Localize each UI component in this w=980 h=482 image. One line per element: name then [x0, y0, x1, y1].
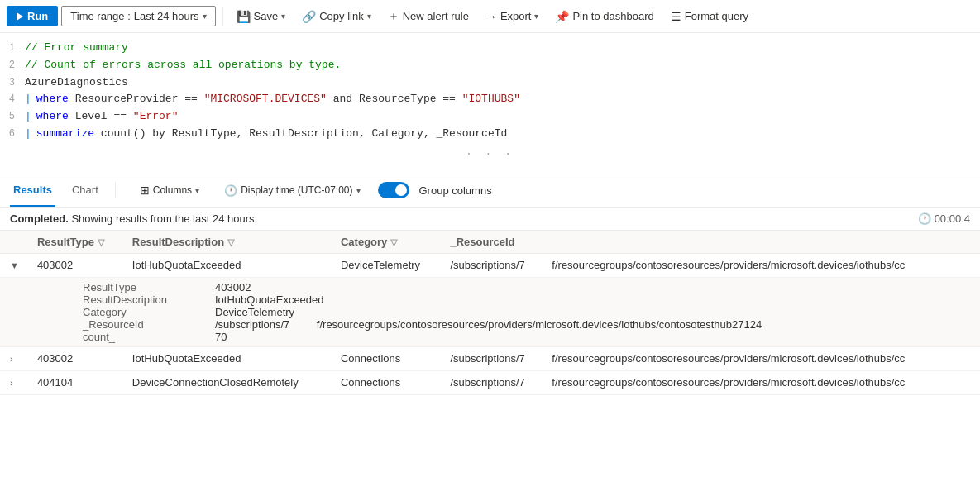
timer-icon: 🕐	[918, 212, 931, 225]
kv-val-count: 70	[215, 331, 227, 343]
cell-resultdesc-2: IotHubQuotaExceeded	[124, 346, 332, 370]
code-line-1: 1 // Error summary	[0, 40, 980, 57]
col-header-resulttype: ResultType ▽	[29, 231, 124, 254]
code-content-1: // Error summary	[25, 40, 980, 57]
table-header-row: ResultType ▽ ResultDescription ▽ Categor…	[0, 231, 980, 254]
kv-val-category: DeviceTelemetry	[215, 306, 294, 318]
code-content-3: AzureDiagnostics	[25, 74, 980, 92]
kv-row-resulttype: ResultType 403002	[83, 281, 972, 293]
code-content-4: |where ResourceProvider == "MICROSOFT.DE…	[25, 91, 980, 108]
kv-row-resourceid: _ResourceId /subscriptions/7 f/resourceg…	[83, 318, 972, 331]
col-header-resourceid: _ResourceId	[442, 231, 981, 254]
run-button[interactable]: Run	[7, 6, 58, 26]
line-number-1: 1	[0, 40, 25, 56]
pin-label: Pin to dashboard	[572, 10, 653, 22]
copy-link-button[interactable]: 🔗 Copy link ▾	[295, 7, 377, 26]
drag-handle[interactable]: · · ·	[0, 143, 980, 167]
columns-button[interactable]: ⊞ Columns ▾	[132, 180, 207, 200]
table-row: ▼ 403002 IotHubQuotaExceeded DeviceTelem…	[0, 253, 980, 277]
col-expand-header	[0, 231, 29, 254]
kv-key-resulttype: ResultType	[83, 281, 215, 293]
toolbar: Run Time range : Last 24 hours ▾ 💾 Save …	[0, 0, 980, 33]
query-timer: 🕐 00:00.4	[918, 212, 970, 225]
cell-category-1: DeviceTelemetry	[332, 253, 442, 277]
copy-link-label: Copy link	[319, 10, 363, 22]
line-number-6: 6	[0, 126, 25, 142]
cell-resourceid-3: /subscriptions/7 f/resourcegroups/contos…	[442, 370, 981, 394]
col-header-category: Category ▽	[332, 231, 442, 254]
status-detail: Showing results from the last 24 hours.	[71, 212, 257, 225]
results-table-wrap: ResultType ▽ ResultDescription ▽ Categor…	[0, 231, 980, 482]
code-line-3: 3 AzureDiagnostics	[0, 74, 980, 92]
kv-row-count: count_ 70	[83, 331, 972, 343]
save-label: Save	[254, 10, 279, 22]
columns-label: Columns	[153, 184, 192, 196]
cell-category-3: Connections	[332, 370, 442, 394]
cell-resultdesc-1: IotHubQuotaExceeded	[124, 253, 332, 277]
kv-val-resultdesc: IotHubQuotaExceeded	[215, 293, 324, 306]
code-content-5: |where Level == "Error"	[25, 108, 980, 126]
tab-chart[interactable]: Chart	[69, 174, 102, 207]
cell-resulttype-1: 403002	[29, 253, 124, 277]
columns-icon: ⊞	[140, 184, 150, 197]
new-alert-button[interactable]: ＋ New alert rule	[381, 6, 476, 27]
pin-icon: 📌	[555, 10, 569, 23]
new-alert-label: New alert rule	[403, 10, 469, 22]
format-icon: ☰	[671, 10, 681, 23]
kv-key-category: Category	[83, 306, 215, 318]
line-number-3: 3	[0, 74, 25, 91]
code-line-4: 4 |where ResourceProvider == "MICROSOFT.…	[0, 91, 980, 108]
pipe-char-4: |	[25, 93, 31, 105]
display-time-button[interactable]: 🕐 Display time (UTC-07:00) ▾	[217, 181, 367, 200]
filter-icon-resultdescription[interactable]: ▽	[227, 237, 234, 247]
time-range-label: Time range :	[70, 10, 131, 22]
expand-cell-2[interactable]: ›	[0, 346, 29, 370]
filter-icon-category[interactable]: ▽	[390, 237, 397, 247]
run-label: Run	[27, 10, 48, 22]
export-label: Export	[500, 10, 532, 22]
plus-icon: ＋	[388, 9, 399, 24]
pin-button[interactable]: 📌 Pin to dashboard	[548, 7, 660, 26]
export-button[interactable]: → Export ▾	[479, 7, 546, 26]
time-range-value: Last 24 hours	[134, 10, 199, 22]
group-columns-label: Group columns	[419, 184, 492, 197]
format-button[interactable]: ☰ Format query	[664, 7, 755, 26]
code-editor[interactable]: 1 // Error summary 2 // Count of errors …	[0, 33, 980, 174]
play-icon	[17, 12, 23, 21]
cell-resulttype-2: 403002	[29, 346, 124, 370]
code-content-2: // Count of errors across all operations…	[25, 57, 980, 74]
kv-key-resultdesc: ResultDescription	[83, 293, 215, 306]
cell-category-2: Connections	[332, 346, 442, 370]
expand-button-3[interactable]: ›	[8, 376, 15, 389]
kv-val-resourceid: /subscriptions/7 f/resourcegroups/contos…	[215, 318, 762, 331]
code-line-2: 2 // Count of errors across all operatio…	[0, 57, 980, 74]
export-chevron-icon: ▾	[534, 12, 538, 21]
format-label: Format query	[685, 10, 748, 22]
filter-icon-resulttype[interactable]: ▽	[98, 237, 104, 247]
tab-results[interactable]: Results	[10, 174, 55, 207]
time-range-button[interactable]: Time range : Last 24 hours ▾	[61, 6, 215, 26]
table-body: ▼ 403002 IotHubQuotaExceeded DeviceTelem…	[0, 253, 980, 394]
kv-val-resulttype: 403002	[215, 281, 251, 293]
expand-button-2[interactable]: ›	[8, 352, 15, 365]
collapse-button-1[interactable]: ▼	[8, 259, 21, 272]
expand-cell-3[interactable]: ›	[0, 370, 29, 394]
line-number-4: 4	[0, 91, 25, 107]
kv-row-resultdesc: ResultDescription IotHubQuotaExceeded	[83, 293, 972, 306]
line-number-5: 5	[0, 108, 25, 125]
results-controls: ⊞ Columns ▾ 🕐 Display time (UTC-07:00) ▾…	[132, 180, 492, 200]
status-message: Completed. Showing results from the last…	[10, 212, 257, 225]
pipe-char-5: |	[25, 110, 31, 122]
code-content-6: |summarize count() by ResultType, Result…	[25, 126, 980, 143]
group-columns-toggle[interactable]	[378, 182, 409, 198]
save-button[interactable]: 💾 Save ▾	[230, 7, 293, 26]
kv-row-category: Category DeviceTelemetry	[83, 306, 972, 318]
tab-separator	[115, 182, 116, 198]
expand-cell-1[interactable]: ▼	[0, 253, 29, 277]
toolbar-separator-1	[222, 7, 223, 26]
col-header-resultdescription: ResultDescription ▽	[124, 231, 332, 254]
cell-resultdesc-3: DeviceConnectionClosedRemotely	[124, 370, 332, 394]
table-row: › 403002 IotHubQuotaExceeded Connections…	[0, 346, 980, 370]
kv-key-count: count_	[83, 331, 215, 343]
display-time-label: Display time (UTC-07:00)	[241, 184, 352, 196]
